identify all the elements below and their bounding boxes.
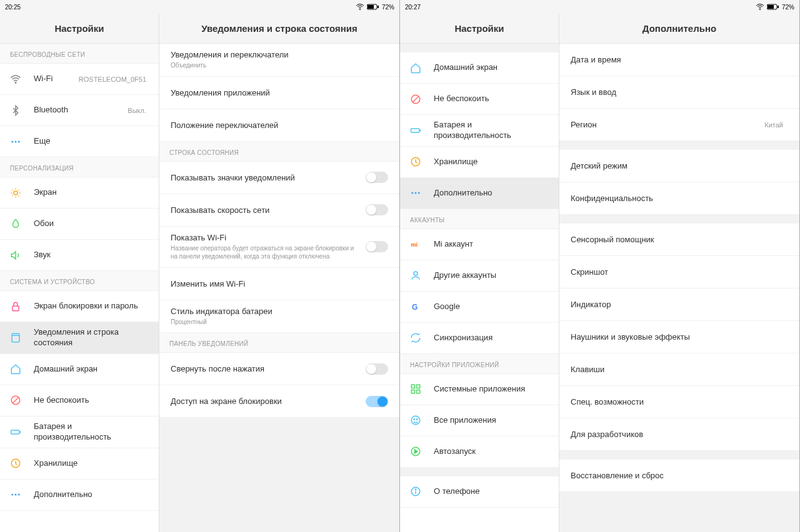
svg-rect-36 [417, 385, 420, 388]
sidebar-item[interactable]: Автозапуск [400, 436, 559, 468]
setting-label: Свернуть после нажатия [171, 364, 361, 373]
sidebar-item[interactable]: Другие аккаунты [400, 260, 559, 292]
setting-row[interactable]: Уведомления приложений [159, 77, 399, 109]
sidebar-item[interactable]: О телефоне [400, 476, 559, 508]
setting-row[interactable]: Восстановление и сброс [559, 460, 799, 492]
setting-row[interactable]: Для разработчиков [559, 418, 799, 451]
setting-row[interactable]: Детский режим [559, 150, 799, 182]
sidebar-item-label: Все приложения [434, 415, 550, 426]
toggle-switch[interactable] [366, 204, 388, 215]
svg-rect-9 [12, 306, 19, 311]
toggle-switch[interactable] [366, 241, 388, 252]
storage-icon [409, 155, 422, 169]
setting-row[interactable]: Конфиденциальность [559, 182, 799, 215]
setting-row[interactable]: РегионКитай [559, 109, 799, 141]
battery-icon [9, 425, 22, 439]
sidebar-item-label: Дополнительно [434, 188, 550, 199]
section-header: ПАНЕЛЬ УВЕДОМЛЕНИЙ [159, 333, 399, 353]
wifi-icon [9, 72, 22, 86]
setting-row[interactable]: Показывать скорость сети [159, 194, 399, 227]
svg-point-19 [18, 494, 20, 496]
setting-row[interactable]: Положение переключателей [159, 109, 399, 142]
setting-row[interactable]: Уведомления и переключателиОбъединить [159, 44, 399, 77]
setting-label: Уведомления и переключатели [171, 50, 388, 59]
setting-row[interactable]: Клавиши [559, 353, 799, 386]
svg-point-7 [18, 140, 20, 142]
sidebar-item[interactable]: Все приложения [400, 405, 559, 436]
sidebar-item[interactable]: Дополнительно [0, 480, 159, 511]
sidebar-item[interactable]: Синхронизация [400, 323, 559, 354]
setting-row[interactable]: Показывать значки уведомлений [159, 162, 399, 194]
sidebar-item[interactable]: Домашний экран [0, 354, 159, 385]
sidebar-item[interactable]: BluetoothВыкл. [0, 95, 159, 126]
svg-point-29 [411, 192, 413, 194]
dnd-icon [409, 92, 422, 106]
svg-point-33 [414, 272, 418, 275]
sidebar-item[interactable]: Дополнительно [400, 178, 559, 209]
setting-subtitle: Объединить [171, 61, 388, 70]
sidebar-item[interactable]: Батарея и производительность [0, 416, 159, 448]
sidebar-title: Настройки [0, 14, 159, 44]
sidebar-item-label: Хранилище [34, 458, 150, 469]
svg-point-39 [411, 416, 420, 425]
sidebar-item-label: Уведомления и строка состояния [34, 327, 150, 348]
sysapps-icon [409, 382, 422, 396]
setting-row[interactable]: Сенсорный помощник [559, 224, 799, 256]
sidebar-item[interactable]: Хранилище [400, 147, 559, 178]
setting-row[interactable]: Наушники и звуковые эффекты [559, 321, 799, 353]
setting-label: Восстановление и сброс [571, 471, 788, 480]
setting-label: Детский режим [571, 161, 788, 170]
setting-label: Дата и время [571, 55, 788, 64]
setting-row[interactable]: Дата и время [559, 44, 799, 76]
sidebar-item[interactable]: Экран [0, 177, 159, 209]
setting-row[interactable]: Индикатор [559, 288, 799, 321]
toggle-switch[interactable] [366, 172, 388, 183]
setting-row[interactable]: Изменить имя Wi-Fi [159, 268, 399, 300]
sidebar-item-label: Домашний экран [34, 364, 150, 375]
sidebar-item[interactable]: Звук [0, 240, 159, 271]
setting-row[interactable]: Свернуть после нажатия [159, 353, 399, 385]
sidebar-item-label: Не беспокоить [34, 395, 150, 406]
toggle-switch[interactable] [366, 396, 388, 407]
sidebar-item-label: Не беспокоить [434, 94, 550, 104]
wallpaper-icon [9, 217, 22, 231]
setting-row[interactable]: Показать Wi-FiНазвание оператора будет о… [159, 227, 399, 268]
sidebar-item[interactable]: Не беспокоить [400, 84, 559, 115]
sidebar-item[interactable]: Еще [0, 126, 159, 157]
battery-status-icon [367, 4, 379, 10]
sidebar-item[interactable]: Батарея и производительность [400, 115, 559, 147]
setting-row[interactable]: Язык и ввод [559, 76, 799, 109]
svg-text:G: G [412, 303, 418, 312]
sidebar-item[interactable]: Уведомления и строка состояния [0, 322, 159, 354]
sidebar-item-label: О телефоне [434, 486, 550, 497]
setting-row[interactable]: Стиль индикатора батареиПроцентный [159, 300, 399, 333]
svg-text:mi: mi [411, 242, 418, 248]
sidebar-item[interactable]: Хранилище [0, 448, 159, 480]
sidebar-item[interactable]: Домашний экран [400, 52, 559, 84]
sidebar-item[interactable]: Wi-FiROSTELECOM_0F51 [0, 64, 159, 95]
sidebar-item-label: Батарея и производительность [434, 120, 550, 141]
setting-row[interactable]: Скриншот [559, 256, 799, 288]
sidebar-item[interactable]: miMi аккаунт [400, 229, 559, 260]
section-header: НАСТРОЙКИ ПРИЛОЖЕНИЙ [400, 354, 559, 374]
setting-label: Показать Wi-Fi [171, 233, 361, 242]
section-header: СИСТЕМА И УСТРОЙСТВО [0, 271, 159, 291]
setting-label: Стиль индикатора батареи [171, 307, 388, 316]
battery-status-icon [767, 4, 779, 10]
setting-label: Уведомления приложений [171, 88, 388, 97]
setting-label: Доступ на экране блокировки [171, 397, 361, 406]
setting-label: Конфиденциальность [571, 194, 788, 203]
sidebar-item[interactable]: GGoogle [400, 292, 559, 323]
section-header: СТРОКА СОСТОЯНИЯ [159, 142, 399, 162]
sidebar-item[interactable]: Экран блокировки и пароль [0, 291, 159, 322]
setting-row[interactable]: Спец. возможности [559, 386, 799, 418]
sidebar-item[interactable]: Не беспокоить [0, 385, 159, 416]
setting-row[interactable]: Доступ на экране блокировки [159, 385, 399, 418]
google-icon: G [409, 300, 422, 313]
svg-rect-10 [12, 333, 19, 342]
sidebar-item[interactable]: Обои [0, 209, 159, 240]
toggle-switch[interactable] [366, 363, 388, 375]
setting-label: Скриншот [571, 267, 788, 277]
sidebar-item[interactable]: Системные приложения [400, 374, 559, 405]
detail-title: Уведомления и строка состояния [159, 14, 399, 44]
